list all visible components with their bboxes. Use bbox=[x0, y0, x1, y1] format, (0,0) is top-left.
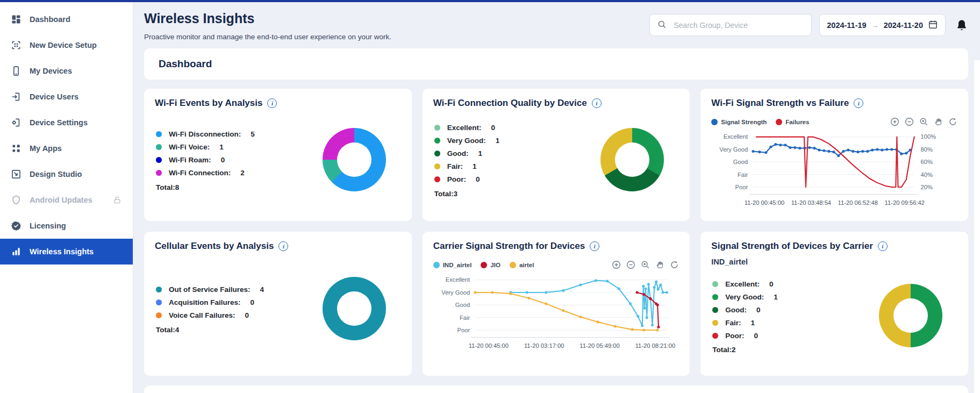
legend-value: 1 bbox=[219, 143, 224, 151]
zoom-in-icon[interactable] bbox=[612, 260, 621, 269]
legend-item: Acquisition Failures:0 bbox=[156, 298, 264, 306]
legend-dot bbox=[156, 131, 162, 137]
card-carrier-signal: Carrier Signal Strength for Devices i IN… bbox=[423, 232, 690, 376]
legend-label: Excellent: bbox=[725, 280, 760, 288]
legend-dot bbox=[156, 312, 162, 318]
chart-legend-item[interactable]: JIO bbox=[481, 262, 500, 268]
svg-text:11-20 05:49:00: 11-20 05:49:00 bbox=[580, 342, 619, 349]
legend-value: 0 bbox=[756, 306, 761, 314]
sidebar-item-wireless-insights[interactable]: Wireless Insights bbox=[0, 239, 133, 265]
svg-text:11-20 00:45:00: 11-20 00:45:00 bbox=[468, 342, 508, 349]
legend-dot bbox=[712, 281, 718, 287]
badge-icon bbox=[11, 220, 22, 231]
sidebar-item-label: Device Settings bbox=[30, 118, 88, 127]
search-box[interactable] bbox=[649, 14, 812, 36]
legend-item: Good:0 bbox=[712, 306, 778, 314]
card-title: Wi-Fi Connection Quality by Device bbox=[433, 98, 587, 109]
box-zoom-icon[interactable] bbox=[919, 117, 928, 126]
sidebar-item-dashboard[interactable]: Dashboard bbox=[0, 6, 133, 32]
reset-icon[interactable] bbox=[948, 117, 957, 126]
sidebar-item-my-apps[interactable]: My Apps bbox=[0, 135, 133, 161]
svg-text:11-20 09:56:42: 11-20 09:56:42 bbox=[885, 199, 925, 206]
sidebar-item-licensing[interactable]: Licensing bbox=[0, 213, 133, 239]
legend-item: Wi-Fi Roam:0 bbox=[156, 156, 255, 164]
card-title: Carrier Signal Strength for Devices bbox=[433, 241, 585, 252]
search-input[interactable] bbox=[673, 20, 804, 30]
svg-text:11-20 03:17:00: 11-20 03:17:00 bbox=[524, 342, 564, 349]
legend-label: airtel bbox=[519, 262, 534, 268]
reset-icon[interactable] bbox=[670, 260, 679, 269]
legend-value: 1 bbox=[478, 149, 482, 158]
legend-value: 1 bbox=[473, 162, 477, 170]
search-icon bbox=[657, 19, 667, 31]
legend-dot bbox=[776, 119, 782, 125]
date-range-picker[interactable]: 2024-11-19 → 2024-11-20 bbox=[819, 14, 946, 36]
svg-text:Good: Good bbox=[733, 159, 748, 165]
page-subtitle: Proactive monitor and manage the end-to-… bbox=[144, 33, 391, 41]
sidebar-item-design-studio[interactable]: Design Studio bbox=[0, 161, 133, 187]
notifications-bell-icon[interactable] bbox=[955, 19, 968, 32]
info-icon[interactable]: i bbox=[854, 98, 863, 108]
legend-value: 0 bbox=[769, 280, 774, 288]
legend-dot bbox=[156, 170, 162, 176]
legend-item: Wi-Fi Connection:2 bbox=[156, 169, 255, 177]
info-icon[interactable]: i bbox=[278, 241, 288, 251]
chart-legend-item[interactable]: airtel bbox=[510, 262, 534, 268]
chart-legend-item[interactable]: Failures bbox=[776, 119, 809, 125]
svg-text:Very Good: Very Good bbox=[441, 289, 470, 296]
zoom-out-icon[interactable] bbox=[626, 260, 635, 269]
svg-text:40%: 40% bbox=[921, 172, 933, 178]
page-header: Wireless Insights Proactive monitor and … bbox=[144, 9, 968, 41]
svg-text:Good: Good bbox=[455, 302, 469, 308]
date-to: 2024-11-20 bbox=[884, 21, 923, 30]
scrollbar[interactable] bbox=[974, 60, 980, 393]
legend-dot bbox=[481, 262, 487, 268]
chart-legend-item[interactable]: IND_airtel bbox=[433, 262, 472, 268]
line-chart-carrier-signal: ExcellentVery GoodGoodFairPoor11-20 00:4… bbox=[433, 271, 679, 351]
legend-dot bbox=[712, 294, 718, 300]
legend-label: Wi-Fi Voice: bbox=[169, 143, 210, 151]
pan-icon[interactable] bbox=[655, 260, 664, 269]
svg-text:Very Good: Very Good bbox=[720, 146, 748, 153]
legend-label: Failures bbox=[785, 119, 809, 125]
legend-item: Poor:0 bbox=[434, 175, 500, 183]
section-title: Dashboard bbox=[159, 58, 212, 70]
sidebar-item-my-devices[interactable]: My Devices bbox=[0, 58, 133, 84]
info-icon[interactable]: i bbox=[592, 98, 602, 108]
sidebar-item-android-updates[interactable]: Android Updates bbox=[0, 187, 133, 213]
legend-dot bbox=[434, 163, 440, 169]
card-cellular-events: Cellular Events by Analysis i Out of Ser… bbox=[144, 232, 412, 376]
info-icon[interactable]: i bbox=[590, 241, 599, 251]
chart-legend-item[interactable]: Signal Strength bbox=[711, 119, 767, 125]
sidebar-item-device-users[interactable]: Device Users bbox=[0, 84, 133, 110]
legend-item: Poor:0 bbox=[712, 332, 778, 340]
chart-toolbar bbox=[890, 117, 957, 126]
info-icon[interactable]: i bbox=[878, 241, 888, 251]
card-title: Wi-Fi Events by Analysis bbox=[155, 98, 262, 109]
svg-text:11-20 06:52:48: 11-20 06:52:48 bbox=[838, 199, 878, 206]
legend-label: Wi-Fi Connection: bbox=[169, 169, 231, 177]
svg-text:80%: 80% bbox=[921, 146, 933, 153]
legend-label: Wi-Fi Disconnection: bbox=[169, 130, 241, 138]
sidebar-item-new-device-setup[interactable]: New Device Setup bbox=[0, 32, 133, 58]
sidebar-item-label: Android Updates bbox=[30, 196, 92, 204]
zoom-out-icon[interactable] bbox=[905, 117, 914, 126]
pan-icon[interactable] bbox=[934, 117, 943, 126]
legend-label: Poor: bbox=[725, 332, 744, 340]
zoom-in-icon[interactable] bbox=[890, 117, 899, 126]
sidebar-item-device-settings[interactable]: Device Settings bbox=[0, 110, 133, 135]
legend-value: 5 bbox=[251, 130, 255, 138]
card-wifi-events: Wi-Fi Events by Analysis i Wi-Fi Disconn… bbox=[144, 89, 412, 221]
legend-dot bbox=[156, 287, 162, 292]
total-label: Total:3 bbox=[434, 190, 500, 198]
legend-label: Acquisition Failures: bbox=[169, 298, 241, 306]
sidebar-item-label: Dashboard bbox=[30, 15, 70, 24]
info-icon[interactable]: i bbox=[267, 98, 277, 108]
sidebar-item-label: New Device Setup bbox=[30, 41, 97, 49]
svg-text:Fair: Fair bbox=[460, 315, 470, 321]
card-title: Cellular Events by Analysis bbox=[155, 241, 274, 252]
bars-icon bbox=[11, 246, 22, 257]
box-zoom-icon[interactable] bbox=[641, 260, 650, 269]
svg-text:Excellent: Excellent bbox=[724, 133, 748, 140]
svg-text:11-20 00:45:00: 11-20 00:45:00 bbox=[745, 199, 784, 206]
